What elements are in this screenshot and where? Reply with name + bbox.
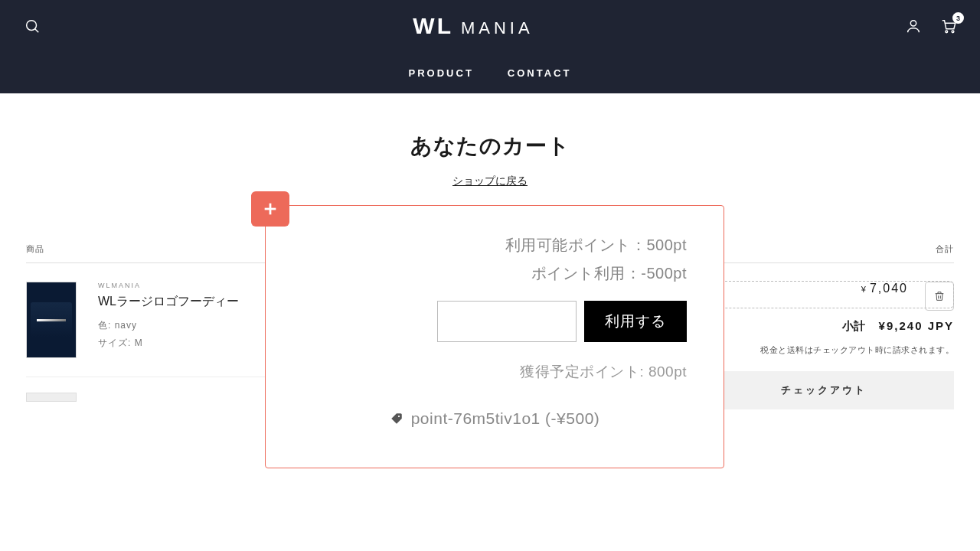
svg-point-2	[910, 21, 916, 26]
nav-product[interactable]: PRODUCT	[409, 67, 474, 79]
plus-icon	[262, 201, 279, 217]
cart-button[interactable]: 3	[940, 18, 957, 34]
col-total-label: 合計	[936, 243, 954, 255]
svg-point-0	[27, 21, 37, 31]
points-input[interactable]	[437, 301, 577, 342]
back-to-shop-link[interactable]: ショップに戻る	[26, 174, 954, 188]
logo-sub: MANIA	[458, 18, 534, 38]
checkout-button[interactable]: チェックアウト	[694, 371, 954, 409]
search-icon	[24, 18, 41, 34]
tag-icon	[390, 412, 403, 425]
cart-summary: 小計 ¥9,240 JPY 税金と送料はチェックアウト時に請求されます。 チェッ…	[694, 281, 954, 409]
svg-point-3	[946, 31, 948, 33]
applied-coupon: point-76m5tiv1o1 (-¥500)	[302, 409, 687, 428]
svg-point-4	[952, 31, 954, 33]
svg-point-7	[398, 416, 400, 417]
points-using: ポイント利用：-500pt	[302, 263, 687, 284]
cart-row-peek	[26, 393, 77, 402]
subtotal-label: 小計	[842, 319, 865, 334]
product-thumbnail[interactable]	[26, 282, 77, 358]
nav-contact[interactable]: CONTACT	[508, 67, 572, 79]
points-earn: 獲得予定ポイント: 800pt	[302, 362, 687, 382]
points-available: 利用可能ポイント：500pt	[302, 235, 687, 256]
account-button[interactable]	[905, 18, 922, 34]
page-title: あなたのカート	[26, 132, 954, 161]
cart-count-badge: 3	[952, 12, 964, 24]
logo-main: WL	[413, 13, 453, 39]
site-header: WL MANIA 3 PRODUCT CONTACT	[0, 0, 980, 93]
subtotal-value: ¥9,240 JPY	[879, 319, 954, 332]
col-product-label: 商品	[26, 243, 44, 255]
user-icon	[905, 18, 922, 34]
points-panel: 利用可能ポイント：500pt ポイント利用：-500pt 利用する 獲得予定ポイ…	[265, 205, 724, 468]
points-panel-tab[interactable]	[251, 191, 289, 227]
site-logo[interactable]: WL MANIA	[413, 13, 533, 39]
tax-shipping-note: 税金と送料はチェックアウト時に請求されます。	[694, 344, 954, 356]
search-button[interactable]	[23, 17, 41, 35]
coupon-code-text: point-76m5tiv1o1 (-¥500)	[411, 409, 600, 428]
points-apply-button[interactable]: 利用する	[584, 301, 687, 342]
coupon-slot[interactable]	[694, 281, 954, 308]
svg-line-1	[35, 29, 39, 33]
primary-nav: PRODUCT CONTACT	[0, 52, 980, 93]
